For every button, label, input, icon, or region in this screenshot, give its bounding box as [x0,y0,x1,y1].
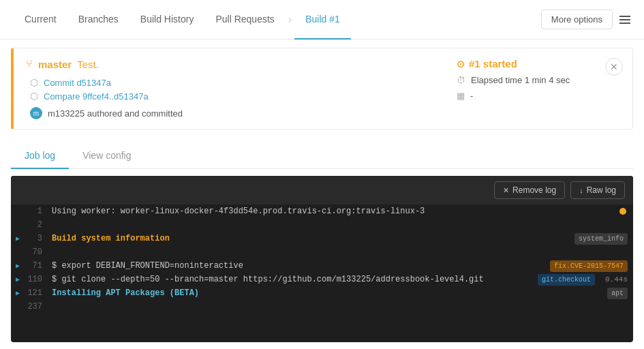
log-line-number: 121 [25,287,49,299]
author-avatar: m [30,107,42,119]
build-status: ⊙ #1 started [457,58,517,70]
log-panel: ✕ Remove log ↓ Raw log 1Using worker: wo… [11,176,633,342]
remove-log-icon: ✕ [503,186,509,195]
log-toolbar: ✕ Remove log ↓ Raw log [11,176,633,204]
nav-right: More options [541,10,630,29]
log-line: 1Using worker: worker-linux-docker-4f3dd… [11,204,633,218]
log-expand-arrow[interactable]: ▶ [11,234,25,244]
nav-breadcrumb-separator: › [288,14,292,26]
close-build-button[interactable]: ✕ [605,58,623,76]
raw-log-label: Raw log [587,185,616,195]
log-line: ▶110$ git clone --depth=50 --branch=mast… [11,273,633,286]
log-content: 1Using worker: worker-linux-docker-4f3dd… [11,204,633,342]
branch-name: master [38,59,72,70]
log-expand-arrow[interactable]: ▶ [11,288,25,299]
content-area: ⑂ master Test. ⬡ Commit d51347a ⬡ Compar… [0,40,644,349]
build-meta: ⬡ Commit d51347a ⬡ Compare 9ffcef4..d513… [30,77,183,102]
log-line-number: 70 [25,246,49,258]
status-icon: ⊙ [457,59,465,70]
commit-item: ⬡ Commit d51347a [30,77,183,88]
compare-item: ⬡ Compare 9ffcef4..d51347a [30,91,183,102]
build-right: ⊙ #1 started ⏱ Elapsed time 1 min 4 sec … [457,58,620,101]
commit-icon: ⬡ [30,77,38,88]
calendar-icon: ▦ [457,91,465,101]
build-left: ⑂ master Test. ⬡ Commit d51347a ⬡ Compar… [26,58,183,119]
build-author: m m133225 authored and committed [30,107,183,119]
more-options-button[interactable]: More options [541,10,613,29]
log-line-text: $ export DEBIAN_FRONTEND=noninteractive [49,260,550,272]
nav-item-current[interactable]: Current [14,0,67,40]
log-tag: apt [607,288,628,299]
log-line-number: 3 [25,232,49,245]
author-label: m133225 authored and committed [48,108,183,119]
build-description: Test. [77,59,99,70]
timer-icon: ⏱ [457,75,465,85]
log-tags: apt [607,288,628,299]
log-line-text: $ git clone --depth=50 --branch=master h… [49,273,538,286]
log-tag: git.checkout [538,274,595,286]
build-title: ⑂ master Test. [26,58,183,70]
log-line-text: Installing APT Packages (BETA) [49,287,607,299]
log-tag: system_info [574,233,628,245]
log-line: 70 [11,245,633,259]
nav-item-build-history[interactable]: Build History [129,0,205,40]
raw-log-icon: ↓ [579,186,583,194]
build-card: ⑂ master Test. ⬡ Commit d51347a ⬡ Compar… [11,48,633,130]
nav-item-pull-requests[interactable]: Pull Requests [204,0,285,40]
log-tags: fix.CVE-2015-7547 [550,260,628,272]
commit-label[interactable]: Commit d51347a [44,78,111,88]
branch-icon: ⑂ [26,58,33,70]
log-line: 237 [11,300,633,314]
tabs-bar: Job log View config [11,143,633,169]
remove-log-button[interactable]: ✕ Remove log [494,181,565,199]
log-expand-arrow[interactable]: ▶ [11,261,25,271]
log-line-text: Build system information [49,232,574,245]
compare-icon: ⬡ [30,91,38,102]
tab-job-log[interactable]: Job log [11,143,69,169]
log-line: 2 [11,218,633,232]
nav-item-build-1[interactable]: Build #1 [294,0,351,40]
log-line: ▶121Installing APT Packages (BETA)apt [11,286,633,300]
top-nav: Current Branches Build History Pull Requ… [0,0,644,40]
log-line: ▶3Build system informationsystem_info [11,232,633,245]
log-line: ▶71$ export DEBIAN_FRONTEND=noninteracti… [11,259,633,273]
nav-item-branches[interactable]: Branches [67,0,129,40]
nav-items: Current Branches Build History Pull Requ… [14,0,351,40]
compare-label[interactable]: Compare 9ffcef4..d51347a [44,91,149,102]
status-dot [619,208,626,215]
tab-view-config[interactable]: View config [69,143,144,169]
log-line-number: 237 [25,301,49,313]
build-calendar: ▦ - [457,91,473,101]
hamburger-menu-icon[interactable] [619,16,630,24]
log-duration: 0.44s [600,274,628,286]
log-line-text: Using worker: worker-linux-docker-4f3dd5… [49,205,619,217]
calendar-value: - [470,91,473,101]
log-line-number: 2 [25,219,49,231]
log-tags: system_info [574,233,628,245]
build-status-label: #1 started [469,58,517,70]
elapsed-label: Elapsed time 1 min 4 sec [471,75,570,85]
log-tag: fix.CVE-2015-7547 [550,260,628,272]
build-time: ⏱ Elapsed time 1 min 4 sec [457,75,570,85]
log-expand-arrow[interactable]: ▶ [11,275,25,285]
log-line-number: 71 [25,260,49,272]
log-line-number: 110 [25,273,49,286]
raw-log-button[interactable]: ↓ Raw log [570,181,625,199]
remove-log-label: Remove log [512,185,556,195]
log-line-number: 1 [25,205,49,217]
log-tags: git.checkout [538,274,595,286]
more-options-label: More options [551,14,602,25]
